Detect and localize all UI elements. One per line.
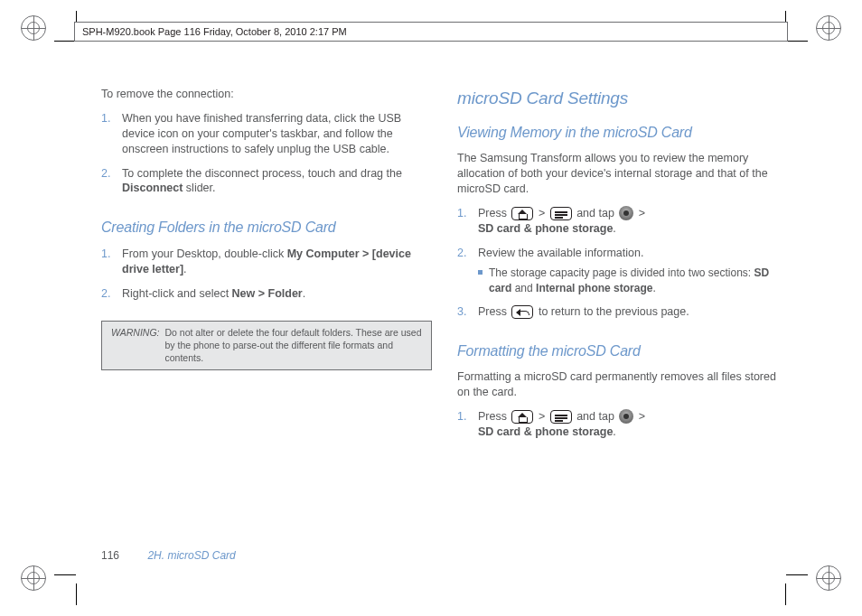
warning-box: WARNING: Do not alter or delete the four… — [101, 321, 432, 370]
creating-folders-heading: Creating Folders in the microSD Card — [101, 218, 432, 238]
right-column: microSD Card Settings Viewing Memory in … — [457, 87, 788, 542]
formatting-lead: Formatting a microSD card permanently re… — [457, 369, 788, 400]
viewing-lead: The Samsung Transform allows you to revi… — [457, 151, 788, 197]
registration-mark — [21, 15, 46, 41]
remove-step-2: To complete the disconnect process, touc… — [117, 166, 432, 197]
viewing-step-2: Review the available information. The st… — [473, 246, 788, 295]
folder-step-2: Right-click and select New > Folder. — [117, 286, 432, 302]
viewing-memory-heading: Viewing Memory in the microSD Card — [457, 123, 788, 143]
folder-steps: From your Desktop, double-click My Compu… — [101, 247, 432, 311]
remove-step-1: When you have finished transferring data… — [117, 111, 432, 157]
crop-mark — [786, 41, 808, 42]
crop-mark — [76, 583, 77, 605]
registration-mark — [21, 565, 46, 591]
viewing-step-1: Press > and tap > SD card & phone storag… — [473, 206, 788, 237]
folder-step-1: From your Desktop, double-click My Compu… — [117, 247, 432, 277]
home-icon — [511, 207, 533, 220]
registration-mark — [816, 15, 841, 41]
settings-icon — [619, 206, 633, 220]
crop-mark — [785, 583, 786, 605]
footer-section: 2H. microSD Card — [147, 549, 235, 562]
crop-mark — [54, 574, 76, 575]
menu-icon — [550, 410, 572, 424]
page-footer: 116 2H. microSD Card — [101, 549, 236, 562]
crop-mark — [54, 41, 76, 42]
menu-icon — [550, 207, 572, 220]
registration-mark — [816, 565, 841, 591]
viewing-step-2-sub: The storage capacity page is divided int… — [478, 266, 788, 294]
back-icon — [511, 305, 533, 319]
formatting-step-1: Press > and tap > SD card & phone storag… — [473, 409, 788, 440]
settings-icon — [619, 409, 633, 424]
microsd-settings-heading: microSD Card Settings — [457, 87, 788, 110]
left-column: To remove the connection: When you have … — [101, 87, 432, 542]
formatting-steps: Press > and tap > SD card & phone storag… — [457, 409, 788, 449]
book-header-text: SPH-M920.book Page 116 Friday, October 8… — [82, 26, 347, 37]
page-content: To remove the connection: When you have … — [101, 87, 788, 542]
formatting-heading: Formatting the microSD Card — [457, 341, 788, 361]
warning-text: Do not alter or delete the four default … — [164, 327, 422, 364]
crop-mark — [786, 574, 808, 575]
viewing-steps: Press > and tap > SD card & phone storag… — [457, 206, 788, 329]
warning-label: WARNING: — [111, 327, 159, 364]
home-icon — [511, 410, 533, 424]
page-number: 116 — [101, 549, 119, 562]
viewing-step-3: Press to return to the previous page. — [473, 304, 788, 320]
remove-connection-lead: To remove the connection: — [101, 87, 432, 102]
book-header: SPH-M920.book Page 116 Friday, October 8… — [74, 22, 788, 42]
remove-connection-steps: When you have finished transferring data… — [101, 111, 432, 205]
